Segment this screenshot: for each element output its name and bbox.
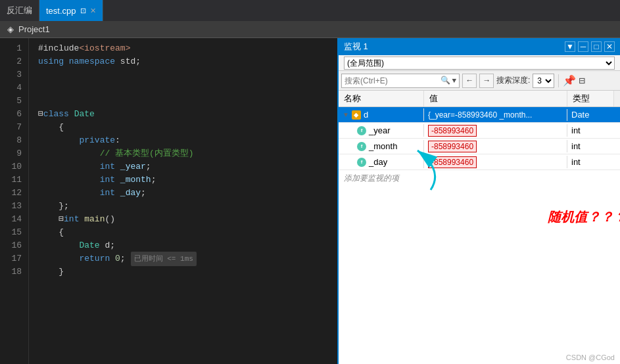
code-line-18: } <box>38 265 337 279</box>
watch-cell-month-name: f _month <box>339 140 424 152</box>
search-box[interactable]: 🔍 ▼ <box>341 74 460 88</box>
watch-cell-month-value: -858993460 <box>424 140 567 152</box>
col-header-type: 类型 <box>567 91 613 106</box>
nav-fwd-btn[interactable]: → <box>479 74 494 88</box>
content-area: 12345 678910 1112131415 161718 #include<… <box>0 38 620 364</box>
watch-row-year[interactable]: f _year -858993460 int <box>339 123 620 139</box>
watch-name-month: _month <box>369 141 397 151</box>
watch-cell-d-value: {_year=-858993460 _month... <box>424 109 567 121</box>
tab-disasm[interactable]: 反汇编 <box>0 0 39 21</box>
year-value-badge: -858993460 <box>428 125 477 137</box>
title-minimize-btn[interactable]: ─ <box>578 41 588 52</box>
code-line-9: // 基本类型(内置类型) <box>38 147 337 160</box>
tab-bar: 反汇编 test.cpp ⊡ ✕ <box>0 0 620 21</box>
tab-testcpp-label: test.cpp <box>46 6 76 16</box>
watch-table-body: ▼ ◆ d {_year=-858993460 _month... Date f… <box>339 107 620 364</box>
watch-cell-d-type: Date <box>567 108 613 121</box>
nav-fwd-icon: → <box>484 76 489 85</box>
watch-title-buttons: ▼ ─ □ ✕ <box>565 41 615 52</box>
random-value-label: 随机值？？？ <box>548 208 620 226</box>
pin-btn[interactable]: 📌 <box>563 74 576 87</box>
code-line-8: private: <box>38 134 337 147</box>
code-editor: 12345 678910 1112131415 161718 #include<… <box>0 38 337 364</box>
code-line-15: { <box>38 226 337 239</box>
title-restore-btn[interactable]: □ <box>591 41 602 52</box>
tab-disasm-label: 反汇编 <box>7 5 32 16</box>
watch-toolbar: 🔍 ▼ ← → 搜索深度: 3 📌 ⊟ <box>339 71 620 91</box>
day-value-badge: -858993460 <box>428 156 477 168</box>
code-line-17: ➤ return 0; 已用时间 <= 1ms <box>38 252 337 265</box>
code-line-11: int _month; <box>38 173 337 187</box>
month-value-badge: -858993460 <box>428 141 477 152</box>
watch-cell-day-name: f _day <box>339 156 424 168</box>
watch-icon-day: f <box>357 158 366 167</box>
code-content: 12345 678910 1112131415 161718 #include<… <box>0 38 337 364</box>
watch-icon-d: ◆ <box>352 110 361 120</box>
project-label: Project1 <box>18 24 50 34</box>
code-line-14: ⊟int main() <box>38 213 337 226</box>
code-line-1: #include<iostream> <box>38 42 337 55</box>
code-line-16: Date d; <box>38 239 337 252</box>
depth-select[interactable]: 3 <box>533 74 554 88</box>
watch-row-day[interactable]: f _day -858993460 int <box>339 154 620 170</box>
watch-row-d[interactable]: ▼ ◆ d {_year=-858993460 _month... Date <box>339 107 620 123</box>
tab-close-icon[interactable]: ✕ <box>90 7 96 15</box>
code-line-5 <box>38 95 337 108</box>
search-input[interactable] <box>345 76 441 85</box>
toolbar-separator <box>558 74 559 87</box>
nav-back-btn[interactable]: ← <box>462 74 477 88</box>
code-line-7: { <box>38 121 337 134</box>
line-numbers: 12345 678910 1112131415 161718 <box>0 38 29 364</box>
code-line-10: int _year; <box>38 160 337 173</box>
title-close-btn[interactable]: ✕ <box>604 41 615 52</box>
watch-cell-day-value: -858993460 <box>424 156 567 168</box>
global-scope-bar: (全局范围) <box>339 55 620 71</box>
code-line-3 <box>38 68 337 81</box>
scroll-indicator[interactable] <box>613 91 620 106</box>
watch-name-d: d <box>364 110 368 120</box>
add-watch-text: 添加要监视的项 <box>344 173 399 183</box>
col-header-name: 名称 <box>339 91 424 106</box>
watch-cell-year-name: f _year <box>339 124 424 137</box>
watch-icon-month: f <box>357 142 366 151</box>
code-line-4 <box>38 81 337 95</box>
nav-back-icon: ← <box>467 76 471 85</box>
tab-pin-icon: ⊡ <box>80 7 86 15</box>
watch-cell-d-name: ▼ ◆ d <box>339 108 424 121</box>
watch-name-year: _year <box>369 125 391 135</box>
watch-cell-day-type: int <box>567 156 613 168</box>
watch-cell-year-type: int <box>567 124 613 137</box>
time-badge: 已用时间 <= 1ms <box>131 252 197 266</box>
depth-label: 搜索深度: <box>496 75 530 86</box>
scope-select[interactable]: (全局范围) <box>344 57 615 70</box>
search-icon: 🔍 <box>441 76 450 85</box>
code-line-6: ⊟class Date <box>38 108 337 121</box>
watch-icon-year: f <box>357 126 366 135</box>
tab-testcpp[interactable]: test.cpp ⊡ ✕ <box>39 0 103 21</box>
watch-title-bar: 监视 1 ▼ ─ □ ✕ <box>339 38 620 55</box>
code-line-13: }; <box>38 200 337 213</box>
watch-row-month[interactable]: f _month -858993460 int <box>339 139 620 154</box>
watch-name-day: _day <box>369 157 387 167</box>
code-lines: #include<iostream> using namespace std; … <box>29 38 337 364</box>
expand-arrow-d[interactable]: ▼ <box>343 111 349 118</box>
title-pin-btn[interactable]: ▼ <box>565 41 575 52</box>
watch-panel: 监视 1 ▼ ─ □ ✕ (全局范围) 🔍 ▼ <box>337 38 620 364</box>
watch-table-header: 名称 值 类型 <box>339 91 620 107</box>
watch-cell-year-value: -858993460 <box>424 124 567 137</box>
code-line-2: using namespace std; <box>38 55 337 68</box>
project-bar: ◈ Project1 <box>0 21 620 38</box>
watch-title: 监视 1 <box>344 41 368 53</box>
col-header-value: 值 <box>424 91 567 106</box>
code-line-12: int _day; <box>38 187 337 200</box>
add-watch-row[interactable]: 添加要监视的项 随机值？？？ <box>339 170 620 187</box>
tab-view-btn[interactable]: ⊟ <box>579 74 585 87</box>
watermark: CSDN @CGod <box>566 353 615 361</box>
project-icon: ◈ <box>5 24 16 35</box>
watch-cell-month-type: int <box>567 140 613 152</box>
search-dropdown-icon[interactable]: ▼ <box>452 77 456 85</box>
